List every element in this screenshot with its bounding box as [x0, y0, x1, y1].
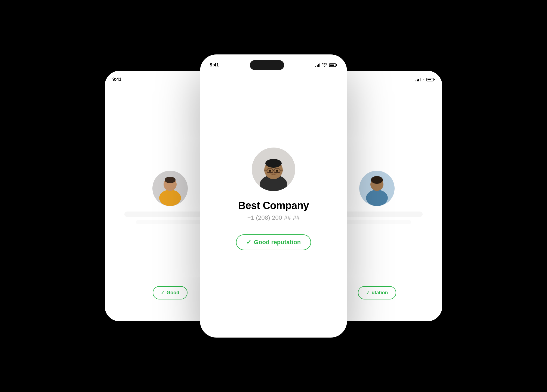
right-status-icons: ⌿	[416, 77, 435, 82]
time-center: 9:41	[210, 62, 219, 68]
left-reputation-badge: ✓ Good	[153, 286, 188, 299]
left-reputation-text: Good	[167, 290, 179, 296]
battery-icon-center	[329, 63, 337, 67]
avatar-center	[252, 148, 295, 191]
svg-point-19	[269, 170, 271, 172]
status-bar-center: 9:41	[200, 54, 347, 71]
scene: 9:41 ✓	[83, 33, 464, 359]
right-reputation-text: utation	[372, 290, 388, 296]
company-name: Best Company	[238, 200, 309, 212]
signal-icon-right	[416, 78, 420, 81]
right-check-icon: ✓	[366, 290, 370, 295]
center-status-icons	[315, 63, 337, 68]
avatar-center-svg	[252, 148, 295, 191]
left-check-icon: ✓	[161, 290, 164, 295]
wifi-icon-center	[322, 63, 327, 68]
time-left: 9:41	[112, 77, 121, 82]
avatar-left-svg	[152, 171, 188, 206]
reputation-text-center: Good reputation	[254, 239, 301, 246]
svg-point-7	[371, 176, 383, 184]
left-number-placeholder	[136, 220, 204, 224]
svg-point-13	[266, 159, 281, 166]
right-reputation-badge: ✓ utation	[358, 286, 396, 299]
phone-center: 9:41	[200, 54, 347, 338]
signal-icon-center	[315, 63, 320, 67]
svg-point-5	[366, 190, 388, 206]
phone-number: +1 (208) 200-##-##	[247, 214, 300, 221]
battery-icon-right	[426, 78, 435, 81]
svg-point-21	[271, 173, 276, 175]
wifi-icon-right: ⌿	[422, 77, 425, 82]
check-icon-center: ✓	[246, 239, 251, 246]
avatar-left	[152, 171, 188, 206]
avatar-right-svg	[359, 171, 395, 206]
svg-point-20	[276, 170, 278, 172]
svg-point-3	[165, 177, 176, 183]
reputation-badge-center: ✓ Good reputation	[236, 234, 311, 250]
avatar-right	[359, 171, 395, 206]
right-number-placeholder	[343, 220, 411, 224]
dynamic-island	[250, 60, 284, 70]
center-phone-content: Best Company +1 (208) 200-##-## ✓ Good r…	[200, 71, 347, 338]
svg-point-1	[159, 190, 181, 206]
